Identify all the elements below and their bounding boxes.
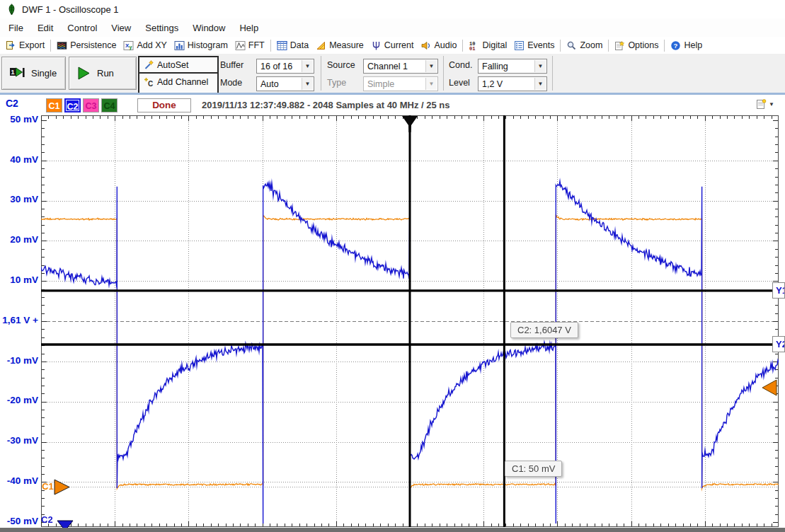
persistence-icon [57,40,67,51]
trigger-level-marker[interactable] [762,379,777,396]
data-icon [277,40,287,51]
y-tick-label: -20 mV [0,395,38,407]
current-icon [371,40,382,51]
help-button[interactable]: ? Help [667,39,706,52]
toolbar-separator [560,40,561,52]
mode-select[interactable]: Auto▼ [256,76,314,91]
svg-text:C: C [148,80,153,87]
chevron-down-icon[interactable]: ▼ [534,78,546,90]
menu-item-edit[interactable]: Edit [30,20,60,36]
zoom-button[interactable]: Zoom [563,39,606,52]
level-select[interactable]: 1,2 V▼ [478,76,547,91]
trigger-position-marker[interactable] [401,116,419,133]
chevron-down-icon[interactable]: ▼ [425,60,437,72]
plot-export-button[interactable]: ▼ [756,98,774,110]
single-button[interactable]: 1 Single [1,57,66,90]
y-tick-label: 10 mV [0,274,38,287]
channel-badge-c2[interactable]: C2 [64,98,81,112]
window-title: DWF 1 - Oscilloscope 1 [22,4,119,15]
events-button[interactable]: Events [510,39,558,52]
c1-offset-label: C1 [42,481,54,492]
bottom-scrollbar[interactable] [0,528,785,532]
toolbar-separator [462,40,463,52]
chevron-down-icon[interactable]: ▼ [534,60,546,72]
svg-text:1: 1 [11,69,14,76]
zoom-icon [566,40,577,51]
source-select[interactable]: Channel 1▼ [363,59,438,74]
scope-canvas[interactable] [41,115,779,527]
audio-icon [420,40,431,51]
single-icon: 1 [9,66,25,80]
histogram-icon [174,40,185,51]
add-xy-button[interactable]: Xy Add XY [120,39,170,52]
channel-tools: AutoSet C Add Channel [138,56,219,94]
toolbar: Export Persistence Xy Add XY Histogram F… [0,37,785,54]
c1-offset-marker[interactable] [54,479,71,495]
fft-button[interactable]: FFT [231,39,268,52]
acquisition-info: 2019/11/13 12:37:49.882 - 2048 Samples a… [202,100,450,110]
menu-item-settings[interactable]: Settings [138,20,185,36]
autoset-icon [144,60,154,70]
digital-button[interactable]: 1001 Digital [465,39,510,52]
y-tick-label: -40 mV [0,475,38,488]
svg-text:y: y [130,45,132,50]
svg-text:?: ? [674,42,678,50]
menu-item-view[interactable]: View [104,20,138,36]
menu-item-file[interactable]: File [1,20,30,36]
add-channel-icon: C [144,77,154,87]
y-axis-offset-label: 1,61 V + [0,315,38,328]
plot-area [41,115,779,530]
chevron-down-icon[interactable]: ▼ [302,60,313,72]
level-label: Level [449,78,470,88]
export-button[interactable]: Export [2,39,48,52]
persistence-button[interactable]: Persistence [53,39,120,52]
scope-statusbar: C2 C1 C2 C3 C4 Done 2019/11/13 12:37:49.… [0,95,785,115]
toolbar-separator [50,40,51,52]
app-window: DWF 1 - Oscilloscope 1 File Edit Control… [0,0,785,532]
app-icon [6,4,18,16]
events-icon [514,40,525,51]
autoset-button[interactable]: AutoSet [139,57,217,74]
menubar: File Edit Control View Settings Window H… [0,18,785,37]
y-tick-label: -50 mV [0,516,38,528]
export-icon [6,40,16,51]
chevron-down-icon[interactable]: ▼ [302,78,313,90]
y2-cursor-tag[interactable]: Y2 [772,336,785,352]
fft-icon [235,40,246,51]
channel-badge-c3[interactable]: C3 [83,98,99,112]
svg-text:01: 01 [469,46,475,51]
type-select[interactable]: Simple▼ [363,76,438,91]
run-icon [76,66,91,81]
channel-badge-c1[interactable]: C1 [46,98,62,112]
audio-button[interactable]: Audio [417,39,460,52]
y-tick-label: 40 mV [0,154,38,167]
run-button[interactable]: Run [69,57,137,90]
y-tick-label: 30 mV [0,194,38,207]
y1-cursor-tag[interactable]: Y1 [772,282,785,299]
options-icon [614,40,625,51]
histogram-button[interactable]: Histogram [171,39,231,52]
chevron-down-icon: ▼ [769,101,774,108]
cond-select[interactable]: Falling▼ [478,59,547,74]
buffer-select[interactable]: 16 of 16▼ [256,59,314,74]
menu-item-help[interactable]: Help [232,20,265,36]
control-separator [321,56,321,91]
measure-button[interactable]: Measure [312,39,367,52]
acquisition-controls: 1 Single Run AutoSet C Add Channel Buffe… [0,54,785,93]
data-button[interactable]: Data [273,39,312,52]
menu-item-control[interactable]: Control [60,20,104,36]
type-label: Type [327,78,346,88]
toolbar-separator [270,40,271,52]
digital-icon: 1001 [469,40,479,51]
toolbar-separator [664,40,665,52]
menu-item-window[interactable]: Window [185,20,232,36]
current-button[interactable]: Current [367,39,418,52]
cond-label: Cond. [449,60,472,70]
add-channel-button[interactable]: C Add Channel [139,74,217,90]
acquisition-state: Done [137,98,191,112]
options-button[interactable]: Options [611,39,662,52]
mode-label: Mode [220,78,242,88]
axis-channel-label: C2 [6,98,18,109]
control-separator [552,56,553,91]
channel-badge-c4[interactable]: C4 [101,98,118,112]
